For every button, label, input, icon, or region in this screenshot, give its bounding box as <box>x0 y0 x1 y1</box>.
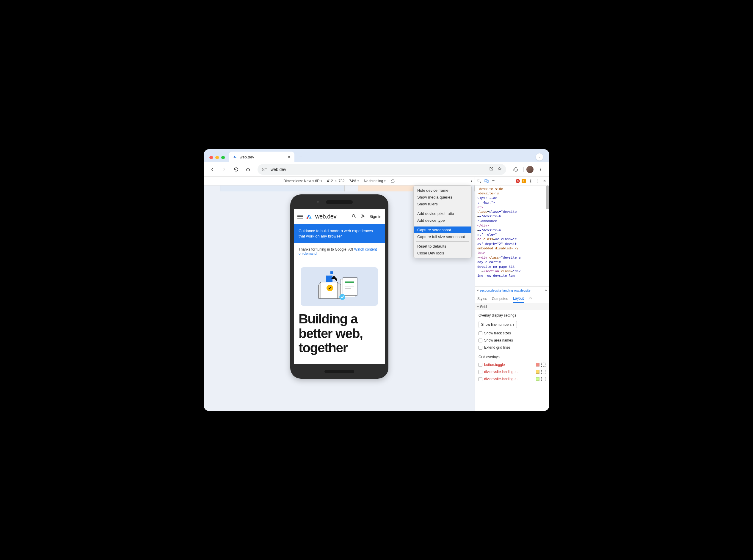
devtools-panel: ✕ ! ✕ -devsite-side -devsite-js 51px; --… <box>475 177 549 411</box>
chevron-down-icon <box>470 180 472 182</box>
devtools-toolbar: ✕ ! ✕ <box>475 177 549 185</box>
notice-bar: Thanks for tuning in to Google I/O! Watc… <box>294 243 385 260</box>
back-button[interactable] <box>208 165 217 174</box>
device-toolbar-more[interactable] <box>470 180 472 182</box>
throttling-selector[interactable]: No throttling <box>364 179 386 183</box>
devtools-scrollbar[interactable] <box>546 185 549 209</box>
profile-avatar[interactable] <box>526 166 534 173</box>
svg-point-38 <box>530 180 531 182</box>
device-toolbar-menu: Hide device frame Show media queries Sho… <box>413 185 472 258</box>
elements-breadcrumb[interactable]: ◂ section.devsite-landing-row.devsite ▸ <box>475 286 549 294</box>
errors-badge[interactable]: ✕ <box>516 179 520 183</box>
svg-rect-2 <box>263 169 264 171</box>
code-fragment: av" depth="2" devsit <box>477 242 517 246</box>
theme-toggle-icon[interactable] <box>361 214 365 219</box>
phone-home-button <box>325 370 354 373</box>
device-width[interactable]: 412 <box>327 179 333 183</box>
extensions-button[interactable] <box>511 165 520 174</box>
phone-camera <box>317 201 319 203</box>
devtools-close-icon[interactable]: ✕ <box>542 178 547 184</box>
code-fragment: nt" role=" <box>477 233 497 237</box>
devtools-menu-icon[interactable] <box>535 178 540 184</box>
menu-close-devtools[interactable]: Close DevTools <box>414 250 471 257</box>
crumb-scroll-left[interactable]: ◂ <box>477 288 479 292</box>
line-numbers-select[interactable]: Show line numbers <box>479 321 517 328</box>
phone-speaker <box>326 200 353 204</box>
checkbox-extend-lines[interactable]: Extend grid lines <box>479 345 545 349</box>
zoom-selector[interactable]: 74% <box>349 179 359 183</box>
devtools-more-tabs[interactable] <box>491 178 496 184</box>
minimize-window-button[interactable] <box>215 156 219 159</box>
checkbox-icon <box>479 339 482 342</box>
device-toolbar: Dimensions: Nexus 6P 412 × 732 74% No th… <box>204 177 475 185</box>
inspect-element-icon[interactable] <box>477 178 482 184</box>
checkbox-track-sizes[interactable]: Show track sizes <box>479 331 545 335</box>
code-fragment: r-announce <box>477 219 497 223</box>
throttling-value: No throttling <box>364 179 383 183</box>
devtools-settings-icon[interactable] <box>527 178 533 184</box>
device-mode-icon[interactable] <box>484 178 489 184</box>
overlay-row[interactable]: div.devsite-landing-r... <box>479 370 545 374</box>
rotate-button[interactable] <box>390 179 395 183</box>
color-swatch[interactable] <box>536 377 539 381</box>
chevron-down-icon <box>357 180 359 182</box>
devtools-more-subtabs[interactable] <box>528 295 533 303</box>
overlay-highlight-icon[interactable] <box>541 377 545 381</box>
overlay-highlight-icon[interactable] <box>541 363 545 367</box>
checkbox-area-names[interactable]: Show area names <box>479 338 545 342</box>
svg-point-7 <box>540 170 541 171</box>
menu-reset[interactable]: Reset to defaults <box>414 243 471 250</box>
browser-tab[interactable]: web.dev ✕ <box>229 152 294 162</box>
menu-show-media[interactable]: Show media queries <box>414 194 471 201</box>
reload-button[interactable] <box>231 165 241 174</box>
grid-section-header[interactable]: Grid <box>475 303 549 310</box>
menu-add-device-type[interactable]: Add device type <box>414 217 471 224</box>
device-height[interactable]: 732 <box>339 179 344 183</box>
close-window-button[interactable] <box>209 156 213 159</box>
overlay-row[interactable]: button.toggle <box>479 363 545 367</box>
svg-line-10 <box>354 217 355 218</box>
warnings-badge[interactable]: ! <box>522 179 526 183</box>
site-info-icon[interactable] <box>262 167 268 172</box>
elements-tree[interactable]: -devsite-side -devsite-js 51px; --de : -… <box>475 185 549 286</box>
overlay-row[interactable]: div.devsite-landing-r... <box>479 377 545 381</box>
menu-capture-screenshot[interactable]: Capture screenshot <box>414 226 471 233</box>
menu-icon[interactable] <box>297 215 303 218</box>
notice-text: Thanks for tuning in to Google I/O! <box>298 247 354 252</box>
menu-add-pixel-ratio[interactable]: Add device pixel ratio <box>414 210 471 217</box>
forward-button[interactable] <box>219 165 229 174</box>
checkbox-label: Show area names <box>484 338 513 342</box>
code-fragment: ="devsite-b <box>479 214 501 218</box>
bookmark-star-icon[interactable] <box>497 166 502 172</box>
new-tab-button[interactable]: + <box>297 153 305 161</box>
menu-show-rulers[interactable]: Show rulers <box>414 201 471 207</box>
devtools-subtabs: Styles Computed Layout <box>475 294 549 303</box>
overlay-highlight-icon[interactable] <box>541 370 545 374</box>
menu-capture-full[interactable]: Capture full size screenshot <box>414 233 471 240</box>
address-bar[interactable]: web.dev <box>257 164 506 175</box>
dimensions-selector[interactable]: Dimensions: Nexus 6P <box>284 179 322 183</box>
menu-hide-frame[interactable]: Hide device frame <box>414 187 471 194</box>
search-icon[interactable] <box>351 214 356 219</box>
tab-close-button[interactable]: ✕ <box>287 155 291 159</box>
browser-toolbar: web.dev | <box>204 162 549 177</box>
tab-computed[interactable]: Computed <box>492 295 508 303</box>
sign-in-link[interactable]: Sign in <box>369 214 381 219</box>
color-swatch[interactable] <box>536 363 539 366</box>
tab-layout[interactable]: Layout <box>513 295 524 303</box>
maximize-window-button[interactable] <box>221 156 225 159</box>
checkbox-icon <box>479 370 482 374</box>
svg-point-11 <box>362 215 364 217</box>
home-button[interactable] <box>243 165 253 174</box>
site-brand: web.dev <box>315 213 336 220</box>
zoom-value: 74% <box>349 179 356 183</box>
times-icon: × <box>333 179 338 183</box>
tab-list-chevron[interactable] <box>536 153 543 161</box>
color-swatch[interactable] <box>536 370 539 374</box>
browser-menu-button[interactable] <box>536 165 545 174</box>
tab-styles[interactable]: Styles <box>477 295 487 303</box>
code-fragment: toc> <box>477 251 485 255</box>
grid-overlays-heading: Grid overlays <box>479 355 545 359</box>
open-external-icon[interactable] <box>489 166 494 172</box>
crumb-scroll-right[interactable]: ▸ <box>545 288 547 292</box>
